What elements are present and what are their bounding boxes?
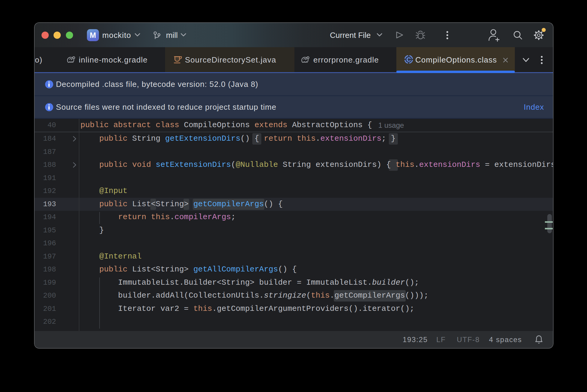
svg-text:C: C	[406, 56, 411, 63]
